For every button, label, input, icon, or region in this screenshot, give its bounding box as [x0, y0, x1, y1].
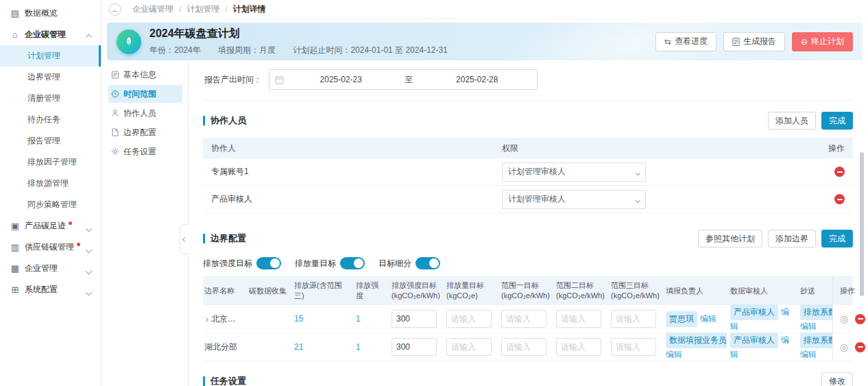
sidebar-item-emission-source-management[interactable]: 排放源管理 [0, 173, 101, 194]
intensity-goal-toggle[interactable] [256, 257, 281, 269]
view-progress-button[interactable]: ⇆ 查看进度 [655, 32, 716, 51]
sidebar-item-data-overview[interactable]: ▤ 数据概览 [0, 3, 101, 24]
sidebar-item-label: 同步策略管理 [27, 199, 77, 210]
collapse-panel-handle[interactable] [180, 224, 189, 254]
permission-value: 计划管理审核人 [508, 193, 566, 205]
emission-source-count-link[interactable]: 21 [294, 342, 303, 352]
remove-boundary-icon[interactable] [855, 342, 865, 352]
chevron-down-icon [86, 245, 91, 254]
plan-cycle: 填报周期：月度 [218, 45, 276, 55]
boundary-name[interactable]: 湖北分部 [203, 341, 245, 353]
remove-collaborator-icon[interactable] [834, 167, 845, 177]
dashboard-icon: ▤ [10, 8, 21, 19]
column-header: 边界名称 [203, 286, 245, 296]
sidebar-item-emission-factor-management[interactable]: 排放因子管理 [0, 152, 101, 173]
owner-tag: 贾思琪 [666, 311, 697, 327]
cc-tag: 排放系数 [800, 333, 832, 348]
people-icon [111, 109, 119, 117]
remove-boundary-icon[interactable] [855, 314, 865, 324]
emission-goal-input[interactable] [446, 310, 492, 328]
reference-other-plan-button[interactable]: 参照其他计划 [698, 230, 762, 248]
emission-intensity-link[interactable]: 1 [356, 314, 361, 324]
emission-goal-input[interactable] [446, 338, 492, 356]
boundary-done-button[interactable]: 完成 [821, 230, 853, 248]
scope3-goal-input[interactable] [611, 310, 656, 328]
vertical-scrollbar[interactable] [860, 152, 864, 296]
cc-tag: 排放系数 [800, 304, 832, 320]
permission-select[interactable]: 计划管理审核人 [502, 190, 646, 209]
sidebar-item-report-management[interactable]: 报告管理 [0, 130, 101, 152]
generate-report-button[interactable]: 生成报告 [723, 32, 785, 51]
modify-task-button[interactable]: 修改 [821, 372, 853, 386]
emission-intensity-link[interactable]: 1 [356, 342, 361, 352]
breadcrumb-item[interactable]: 计划管理 [186, 3, 219, 15]
intensity-goal-input[interactable] [391, 338, 437, 356]
plan-info: 2024年碳盘查计划 年份：2024年 填报周期：月度 计划起止时间：2024-… [149, 27, 463, 56]
sidebar-item-boundary-management[interactable]: 边界管理 [0, 67, 101, 88]
intensity-goal-input[interactable] [391, 310, 437, 328]
report-time-row: 报告产出时间： 2025-02-23 至 2025-02-28 [203, 69, 853, 91]
permission-value: 计划管理审核人 [508, 166, 566, 178]
sidebar-item-supply-chain-carbon[interactable]: ▥ 供应链碳管理 [0, 237, 101, 258]
report-time-label: 报告产出时间： [203, 74, 262, 86]
sidebar-item-label: 企业碳管理 [25, 29, 66, 40]
column-header: 排放强度目标(kgCO₂e/kWh) [388, 280, 443, 301]
breadcrumb-current: 计划详情 [233, 3, 266, 15]
plan-actions: ⇆ 查看进度 生成报告 ⊖ 终止计划 [655, 32, 853, 51]
collaborator-name: 专属账号1 [211, 166, 502, 178]
tab-basic-info[interactable]: 基本信息 [108, 66, 182, 84]
sidebar-item-enterprise-management[interactable]: ▦ 企业管理 [0, 258, 101, 279]
sidebar-item-todo-tasks[interactable]: 待办任务 [0, 109, 101, 130]
scope2-goal-input[interactable] [556, 338, 601, 356]
end-date-value[interactable]: 2025-02-28 [423, 75, 532, 84]
report-doc-icon [732, 38, 740, 46]
collaborators-done-button[interactable]: 完成 [821, 112, 853, 130]
add-boundary-button[interactable]: 添加边界 [768, 230, 816, 248]
scope2-goal-input[interactable] [556, 310, 601, 328]
scope3-goal-input[interactable] [611, 338, 656, 356]
start-date-value[interactable]: 2025-02-23 [287, 75, 396, 84]
edit-owner-link[interactable]: 编辑 [700, 314, 716, 324]
remove-collaborator-icon[interactable] [834, 194, 845, 204]
sidebar-item-plan-management[interactable]: 计划管理 [0, 45, 101, 67]
permission-select[interactable]: 计划管理审核人 [502, 162, 646, 182]
target-detail-icon[interactable]: ◎ [840, 314, 848, 324]
emission-goal-toggle[interactable] [340, 257, 365, 269]
plan-detail-content: 报告产出时间： 2025-02-23 至 2025-02-28 协作人员 添加人… [189, 60, 868, 386]
sidebar-item-sync-strategy-management[interactable]: 同步策略管理 [0, 194, 101, 215]
scope1-goal-input[interactable] [501, 338, 546, 356]
boundary-name[interactable]: 北京… [203, 313, 245, 325]
goal-breakdown-toggle[interactable] [415, 257, 440, 269]
intensity-goal-toggle-label: 排放强度目标 [203, 258, 252, 269]
owner-tag: 数据填报业务员 [666, 333, 727, 348]
chevron-left-icon [182, 237, 186, 241]
edit-cc-link[interactable]: 编辑 [800, 322, 817, 331]
tab-boundary-config[interactable]: 边界配置 [108, 123, 182, 141]
breadcrumb: ← 企业碳管理 / 计划管理 / 计划详情 [102, 0, 868, 19]
scope1-goal-input[interactable] [501, 310, 546, 328]
sidebar-item-system-config[interactable]: ⊞ 系统配置 [0, 279, 101, 300]
sidebar-item-inventory-management[interactable]: 清册管理 [0, 88, 101, 109]
emission-source-count-link[interactable]: 15 [294, 314, 303, 324]
expand-row-icon[interactable] [204, 317, 208, 322]
tab-collaborators[interactable]: 协作人员 [108, 104, 182, 122]
breadcrumb-item[interactable]: 企业碳管理 [132, 3, 173, 15]
edit-owner-link[interactable]: 编辑 [666, 350, 682, 359]
document-icon [111, 71, 119, 79]
factory-icon: ⌂ [10, 29, 21, 40]
add-collaborator-button[interactable]: 添加人员 [768, 112, 816, 130]
boundary-table: 边界名称 碳数据收集 排放源(含范围三) 排放强度 排放强度目标(kgCO₂e/… [203, 276, 853, 361]
collaborator-name: 产品审核人 [211, 193, 502, 205]
plan-date-range: 计划起止时间：2024-01-01 至 2024-12-31 [293, 45, 447, 55]
sidebar-item-product-footprint[interactable]: ▣ 产品碳足迹 [0, 215, 101, 237]
tab-task-settings[interactable]: 任务设置 [108, 143, 182, 160]
tab-time-range[interactable]: 时间范围 [108, 85, 182, 103]
back-button[interactable]: ← [109, 3, 121, 16]
reviewer-tag: 产品审核人 [730, 304, 778, 320]
sidebar-item-enterprise-carbon[interactable]: ⌂ 企业碳管理 [0, 24, 101, 45]
report-date-range-picker[interactable]: 2025-02-23 至 2025-02-28 [269, 69, 538, 90]
target-detail-icon[interactable]: ◎ [840, 342, 848, 352]
terminate-plan-button[interactable]: ⊖ 终止计划 [792, 32, 853, 51]
edit-cc-link[interactable]: 编辑 [800, 350, 817, 359]
chevron-down-icon [86, 224, 91, 233]
